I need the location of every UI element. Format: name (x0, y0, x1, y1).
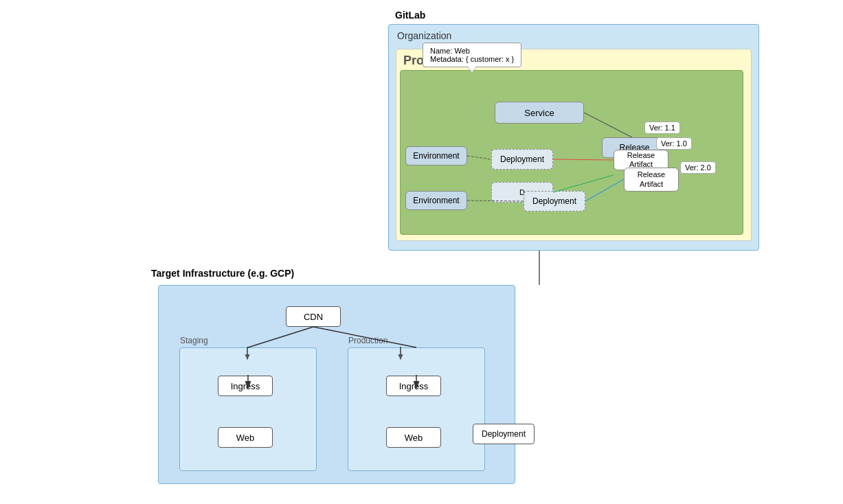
deployment-dashed-3: Deployment (524, 191, 585, 211)
production-label: Production (348, 336, 387, 345)
tooltip-popup: Name: Web Metadata: { customer: x } (423, 43, 521, 67)
staging-ingress-box: Ingress (218, 376, 273, 396)
environment-box-1: Environment (405, 146, 467, 165)
gitlab-title: GitLab (395, 10, 425, 21)
project-box: Proje (396, 49, 752, 241)
staging-web-box: Web (218, 427, 273, 448)
prod-web-box: Web (386, 427, 441, 448)
deployment-dashed-1: Deployment (491, 149, 553, 170)
environment-box-2: Environment (405, 191, 467, 210)
svg-line-0 (248, 327, 313, 347)
version-badge-10: Ver: 1.0 (656, 137, 692, 150)
prod-ingress-box: Ingress (386, 376, 441, 396)
version-badge-11: Ver: 1.1 (644, 122, 680, 134)
tooltip-line2: Metadata: { customer: x } (430, 55, 514, 63)
staging-label: Staging (180, 336, 208, 345)
version-badge-20: Ver: 2.0 (680, 161, 716, 174)
cdn-box: CDN (286, 306, 341, 327)
deployment-outside-box: Deployment (473, 424, 535, 444)
diagram-container: GitLab Organization Proje Name: Web Meta… (0, 0, 843, 504)
service-box: Service (495, 102, 584, 124)
organization-label: Organization (397, 30, 451, 41)
tooltip-line1: Name: Web (430, 47, 514, 55)
production-area: Production Ingress Web (348, 347, 485, 471)
release-artifact-2: ReleaseArtifact (624, 168, 679, 192)
infra-title: Target Infrastructure (e.g. GCP) (151, 268, 294, 279)
infra-outer-box: CDN Staging Ingress Web Production Ingre… (158, 285, 515, 484)
staging-area: Staging Ingress Web (179, 347, 317, 471)
